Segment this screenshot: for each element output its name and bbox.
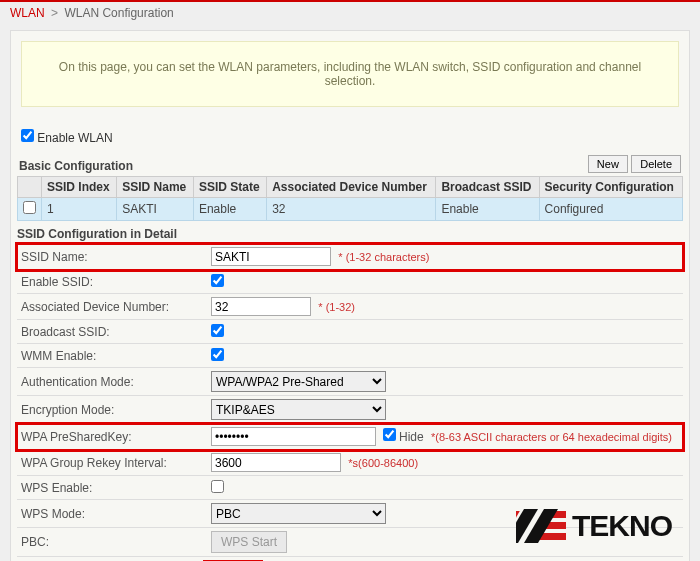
breadcrumb-page: WLAN Configuration	[64, 6, 173, 20]
pbc-label: PBC:	[17, 528, 207, 557]
psk-input[interactable]	[211, 427, 376, 446]
cell-name: SAKTI	[117, 198, 194, 221]
wps-enable-checkbox[interactable]	[211, 480, 224, 493]
table-row[interactable]: 1 SAKTI Enable 32 Enable Configured	[18, 198, 683, 221]
row-select-checkbox[interactable]	[23, 201, 36, 214]
wps-start-button: WPS Start	[211, 531, 287, 553]
assoc-num-label: Associated Device Number:	[17, 294, 207, 320]
rekey-input[interactable]	[211, 453, 341, 472]
breadcrumb-root[interactable]: WLAN	[10, 6, 45, 20]
col-ssid-state: SSID State	[193, 177, 266, 198]
ssid-table: SSID Index SSID Name SSID State Associat…	[17, 176, 683, 221]
breadcrumb: WLAN > WLAN Configuration	[0, 2, 700, 24]
wps-mode-label: WPS Mode:	[17, 500, 207, 528]
broadcast-ssid-checkbox[interactable]	[211, 324, 224, 337]
enc-mode-label: Encryption Mode:	[17, 396, 207, 424]
rekey-hint: *s(600-86400)	[348, 457, 418, 469]
psk-label: WPA PreSharedKey:	[17, 424, 207, 450]
col-security: Security Configuration	[539, 177, 682, 198]
wmm-label: WMM Enable:	[17, 344, 207, 368]
enc-mode-select[interactable]: TKIP&AES	[211, 399, 386, 420]
cell-security: Configured	[539, 198, 682, 221]
cell-index: 1	[42, 198, 117, 221]
broadcast-ssid-label: Broadcast SSID:	[17, 320, 207, 344]
hide-psk-label: Hide	[399, 430, 424, 444]
enable-ssid-label: Enable SSID:	[17, 270, 207, 294]
auth-mode-label: Authentication Mode:	[17, 368, 207, 396]
breadcrumb-separator: >	[51, 6, 58, 20]
enable-wlan-label[interactable]: Enable WLAN	[37, 131, 112, 145]
cell-assoc: 32	[267, 198, 436, 221]
col-ssid-name: SSID Name	[117, 177, 194, 198]
assoc-num-input[interactable]	[211, 297, 311, 316]
detail-title: SSID Configuration in Detail	[17, 227, 683, 244]
new-button[interactable]: New	[588, 155, 628, 173]
basic-config-title: Basic Configuration	[19, 159, 133, 173]
cell-state: Enable	[193, 198, 266, 221]
info-banner: On this page, you can set the WLAN param…	[21, 41, 679, 107]
enable-ssid-checkbox[interactable]	[211, 274, 224, 287]
ssid-name-input[interactable]	[211, 247, 331, 266]
col-broadcast: Broadcast SSID	[436, 177, 539, 198]
psk-hint: *(8-63 ASCII characters or 64 hexadecima…	[431, 431, 672, 443]
table-header-row: SSID Index SSID Name SSID State Associat…	[18, 177, 683, 198]
wps-enable-label: WPS Enable:	[17, 476, 207, 500]
auth-mode-select[interactable]: WPA/WPA2 Pre-Shared	[211, 371, 386, 392]
ssid-name-label: SSID Name:	[17, 244, 207, 270]
wps-mode-select[interactable]: PBC	[211, 503, 386, 524]
delete-button[interactable]: Delete	[631, 155, 681, 173]
rekey-label: WPA Group Rekey Interval:	[17, 450, 207, 476]
assoc-num-hint: * (1-32)	[318, 301, 355, 313]
wmm-checkbox[interactable]	[211, 348, 224, 361]
detail-form: SSID Name: * (1-32 characters) Enable SS…	[17, 244, 683, 557]
ssid-name-hint: * (1-32 characters)	[338, 251, 429, 263]
col-ssid-index: SSID Index	[42, 177, 117, 198]
enable-wlan-checkbox[interactable]	[21, 129, 34, 142]
hide-psk-checkbox[interactable]	[383, 428, 396, 441]
cell-broadcast: Enable	[436, 198, 539, 221]
col-assoc-num: Associated Device Number	[267, 177, 436, 198]
